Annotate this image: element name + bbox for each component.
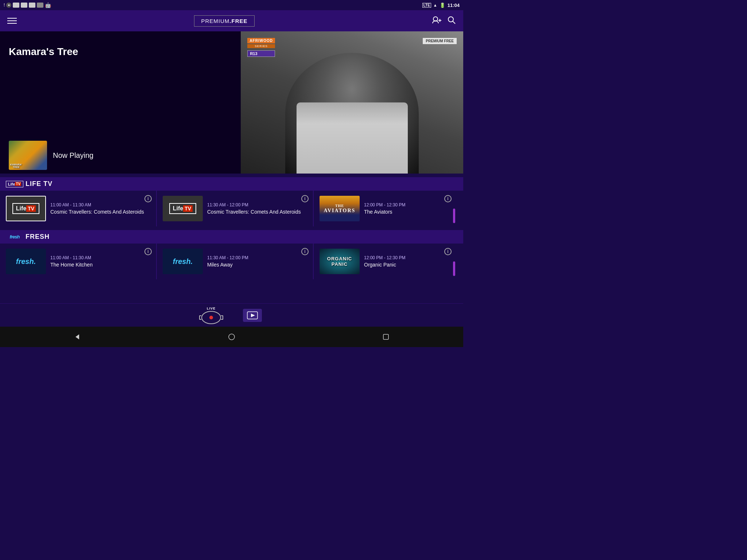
live-nav-button[interactable]: LIVE [201, 307, 221, 324]
status-bar-left: ! ● 🤖 [4, 2, 51, 8]
svg-line-4 [453, 21, 455, 24]
android-navigation-bar [0, 327, 463, 347]
life-tv-program-1-info-icon[interactable]: i [144, 195, 152, 202]
fresh-program-3[interactable]: ORGANIC PANIC 12:00 PM - 12:30 PM Organi… [314, 244, 456, 279]
status-bar: ! ● 🤖 LTE ▲ 🔋 11:04 [0, 0, 463, 10]
video-nav-button[interactable] [243, 309, 262, 322]
life-tv-program-3-info-icon[interactable]: i [444, 195, 452, 202]
fresh-program-3-info-icon[interactable]: i [444, 248, 452, 255]
hero-video[interactable]: AFRIWOOD SERIES R13 PREMIUM FREE [241, 31, 463, 174]
life-tv-program-2-time: 11:30 AM - 12:00 PM [207, 202, 307, 207]
signal-bars: ▲ [433, 3, 437, 7]
fresh-thumb-1: fresh. [6, 249, 46, 274]
nav-icons [432, 16, 456, 26]
fresh-header: fresh FRESH [0, 230, 463, 244]
hero-section: Kamara's Tree KAMARA'TREE Now Playing AF… [0, 31, 463, 174]
status-icon-4 [37, 3, 43, 8]
hero-now-playing[interactable]: KAMARA'TREE Now Playing [9, 141, 232, 174]
svg-point-3 [448, 17, 453, 22]
battery-icon: 🔋 [440, 3, 445, 8]
status-icon-3 [29, 3, 35, 8]
svg-point-8 [229, 334, 235, 340]
fresh-program-2[interactable]: fresh. 11:30 AM - 12:00 PM Miles Away i [157, 244, 314, 279]
hamburger-menu[interactable] [7, 18, 17, 24]
life-tv-header: LifeTV LIFE TV [0, 177, 463, 191]
fresh-thumb-2: fresh. [163, 249, 203, 274]
fresh-program-3-title: Organic Panic [364, 262, 450, 268]
fresh-program-1-info-icon[interactable]: i [144, 248, 152, 255]
life-tv-program-1-time: 11:00 AM - 11:30 AM [50, 202, 150, 207]
search-icon[interactable] [447, 16, 456, 26]
fresh-program-1-info: 11:00 AM - 11:30 AM The Home Kitchen [50, 255, 150, 268]
fresh-program-2-title: Miles Away [207, 262, 307, 268]
fresh-program-2-info-icon[interactable]: i [301, 248, 309, 255]
home-button[interactable] [227, 332, 237, 342]
back-button[interactable] [72, 332, 82, 342]
life-tv-program-2-info: 11:30 AM - 12:00 PM Cosmic Travellers: C… [207, 202, 307, 215]
life-tv-scroll-indicator [453, 209, 455, 223]
fresh-program-2-info: 11:30 AM - 12:00 PM Miles Away [207, 255, 307, 268]
life-tv-program-1-title: Cosmic Travellers: Comets And Asteroids [50, 209, 150, 215]
fresh-program-1-time: 11:00 AM - 11:30 AM [50, 255, 150, 260]
status-bar-right: LTE ▲ 🔋 11:04 [422, 3, 460, 8]
series-label: SERIES [247, 44, 275, 48]
fresh-program-1[interactable]: fresh. 11:00 AM - 11:30 AM The Home Kitc… [0, 244, 157, 279]
afriwood-label: AFRIWOOD [247, 38, 275, 43]
fresh-program-3-info: 12:00 PM - 12:30 PM Organic Panic [364, 255, 450, 268]
hero-show-title: Kamara's Tree [9, 46, 232, 58]
life-tv-logo-small: LifeTV [7, 180, 22, 188]
rating-badge: R13 [247, 50, 275, 57]
afriwood-badge: AFRIWOOD SERIES R13 [247, 38, 275, 57]
notification-icon-1: ! [4, 3, 5, 8]
video-nav-icon [243, 309, 262, 322]
aviators-thumb: THE AVIATORS [320, 196, 360, 221]
life-tv-program-2[interactable]: LifeTV 11:30 AM - 12:00 PM Cosmic Travel… [157, 191, 314, 226]
fresh-programs-wrapper: fresh. 11:00 AM - 11:30 AM The Home Kitc… [0, 244, 463, 279]
bottom-navigation: LIVE [0, 303, 463, 327]
life-tv-programs-wrapper: LifeTV 11:00 AM - 11:30 AM Cosmic Travel… [0, 191, 463, 226]
life-tv-thumb-2: LifeTV [163, 196, 203, 221]
life-tv-program-3-title: The Aviators [364, 209, 450, 215]
fresh-program-1-title: The Home Kitchen [50, 262, 150, 268]
hamburger-line-2 [7, 20, 17, 21]
life-tv-program-3[interactable]: THE AVIATORS 12:00 PM - 12:30 PM The Avi… [314, 191, 456, 226]
add-user-icon[interactable] [432, 16, 441, 26]
status-icon-2 [21, 3, 27, 8]
life-tv-thumb-1: LifeTV [6, 196, 46, 221]
now-playing-label: Now Playing [53, 151, 93, 160]
premium-free-badge: PREMIUM FREE [423, 38, 457, 44]
clock: 11:04 [448, 3, 460, 8]
svg-rect-9 [383, 334, 388, 339]
life-tv-programs: LifeTV 11:00 AM - 11:30 AM Cosmic Travel… [0, 191, 463, 226]
svg-marker-7 [76, 334, 79, 339]
fresh-section: fresh FRESH fresh. 11:00 AM - 11:30 AM T… [0, 226, 463, 279]
fresh-logo-small: fresh [7, 233, 22, 241]
app-title: PREMIUM.FREE [194, 15, 254, 27]
life-tv-section: LifeTV LIFE TV LifeTV 11:00 AM - 11:30 A… [0, 174, 463, 226]
fresh-program-3-time: 12:00 PM - 12:30 PM [364, 255, 450, 260]
notification-icon-2: ● [6, 3, 11, 8]
life-tv-program-3-time: 12:00 PM - 12:30 PM [364, 202, 450, 207]
premium-text: PREMIUM [201, 18, 229, 24]
fresh-name: FRESH [26, 233, 50, 241]
hamburger-line-3 [7, 23, 17, 24]
fresh-programs: fresh. 11:00 AM - 11:30 AM The Home Kitc… [0, 244, 463, 279]
hero-thumbnail: KAMARA'TREE [9, 141, 47, 170]
status-icon-1 [13, 3, 19, 8]
organic-thumb: ORGANIC PANIC [320, 249, 360, 274]
hero-left: Kamara's Tree KAMARA'TREE Now Playing [0, 31, 241, 174]
life-tv-program-3-info: 12:00 PM - 12:30 PM The Aviators [364, 202, 450, 215]
android-robot-icon: 🤖 [45, 2, 51, 8]
hamburger-line-1 [7, 18, 17, 19]
life-tv-program-2-info-icon[interactable]: i [301, 195, 309, 202]
life-tv-name: LIFE TV [26, 180, 53, 188]
life-tv-program-1[interactable]: LifeTV 11:00 AM - 11:30 AM Cosmic Travel… [0, 191, 157, 226]
fresh-program-2-time: 11:30 AM - 12:00 PM [207, 255, 307, 260]
top-navigation: PREMIUM.FREE [0, 10, 463, 31]
life-tv-program-1-info: 11:00 AM - 11:30 AM Cosmic Travellers: C… [50, 202, 150, 215]
recent-apps-button[interactable] [381, 332, 391, 342]
lte-icon: LTE [422, 3, 431, 8]
free-text-2: FREE [232, 18, 248, 24]
life-tv-program-2-title: Cosmic Travellers: Comets And Asteroids [207, 209, 307, 215]
fresh-scroll-indicator [453, 261, 455, 276]
